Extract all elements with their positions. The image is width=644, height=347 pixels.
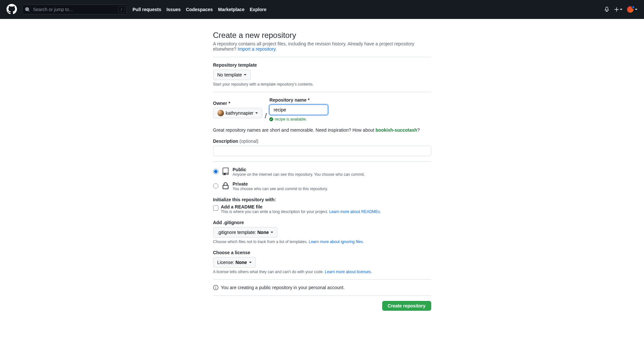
- description-label: Description (optional): [213, 139, 431, 144]
- template-hint: Start your repository with a template re…: [213, 82, 431, 87]
- divider: [213, 92, 431, 92]
- caret-down-icon: [244, 74, 246, 75]
- nav-marketplace[interactable]: Marketplace: [218, 7, 244, 12]
- caret-down-icon: [635, 9, 637, 10]
- owner-separator: /: [265, 112, 267, 122]
- license-select[interactable]: License: None: [213, 257, 256, 268]
- bell-icon: [604, 7, 609, 12]
- owner-avatar: [217, 110, 224, 116]
- gitignore-hint: Choose which files not to track from a l…: [213, 240, 431, 244]
- gitignore-learn-more-link[interactable]: Learn more about ignoring files.: [309, 240, 364, 244]
- readme-desc: This is where you can write a long descr…: [221, 209, 381, 214]
- lock-icon: [222, 182, 229, 190]
- divider: [213, 295, 431, 296]
- visibility-public-row: Public Anyone on the internet can see th…: [213, 167, 431, 177]
- nav-issues[interactable]: Issues: [166, 7, 181, 12]
- nav-pull-requests[interactable]: Pull requests: [133, 7, 161, 12]
- public-title: Public: [233, 167, 365, 172]
- visibility-public-radio[interactable]: [213, 169, 218, 174]
- description-input[interactable]: [213, 146, 431, 156]
- template-select[interactable]: No template: [213, 70, 251, 80]
- caret-down-icon: [255, 112, 258, 114]
- nav-codespaces[interactable]: Codespaces: [186, 7, 213, 12]
- header-right: [604, 6, 637, 13]
- divider: [213, 57, 431, 57]
- initialize-heading: Initialize this repository with:: [213, 197, 431, 202]
- gitignore-value: .gitignore template: None: [217, 229, 269, 236]
- owner-value: kathrynnapier: [226, 110, 254, 116]
- page-subtitle: A repository contains all project files,…: [213, 41, 431, 52]
- license-hint: A license tells others what they can and…: [213, 270, 431, 274]
- name-inspiration: Great repository names are short and mem…: [213, 127, 431, 133]
- suggested-name-link[interactable]: bookish-succotash: [376, 127, 417, 133]
- gitignore-hint-text: Choose which files not to track from a l…: [213, 240, 309, 244]
- divider: [213, 279, 431, 280]
- search-input[interactable]: [22, 5, 127, 14]
- create-repository-button[interactable]: Create repository: [382, 301, 431, 311]
- plus-icon: [614, 7, 619, 12]
- check-circle-fill-icon: [269, 117, 273, 121]
- caret-down-icon: [249, 262, 252, 263]
- github-logo[interactable]: [7, 4, 17, 15]
- readme-learn-more-link[interactable]: Learn more about READMEs.: [329, 209, 381, 214]
- status-dot: [632, 6, 635, 9]
- license-label: Choose a license: [213, 250, 431, 255]
- readme-desc-text: This is where you can write a long descr…: [221, 209, 329, 214]
- search-icon: [25, 7, 30, 12]
- description-optional: (optional): [239, 139, 258, 144]
- mark-github-icon: [7, 4, 17, 14]
- caret-down-icon: [620, 9, 622, 10]
- user-menu[interactable]: [627, 6, 637, 13]
- create-new-dropdown[interactable]: [614, 7, 622, 12]
- description-label-text: Description: [213, 139, 240, 144]
- import-repository-link[interactable]: Import a repository.: [238, 46, 277, 52]
- readme-title: Add a README file: [221, 204, 381, 209]
- repo-name-label: Repository name *: [269, 97, 328, 103]
- slash-key-hint: /: [118, 6, 125, 13]
- inspire-prefix: Great repository names are short and mem…: [213, 127, 376, 133]
- owner-select[interactable]: kathrynnapier: [213, 108, 262, 118]
- divider: [213, 161, 431, 162]
- repo-name-input[interactable]: [269, 105, 328, 115]
- visibility-private-radio[interactable]: [213, 183, 218, 189]
- search-wrap: /: [22, 5, 127, 14]
- main-content: Create a new repository A repository con…: [208, 31, 436, 324]
- notifications-button[interactable]: [604, 7, 609, 13]
- gitignore-select[interactable]: .gitignore template: None: [213, 227, 278, 238]
- license-value: License: None: [217, 259, 247, 266]
- repo-icon: [222, 168, 229, 175]
- license-learn-more-link[interactable]: Learn more about licenses.: [325, 270, 372, 274]
- owner-name-row: Owner * kathrynnapier / Repository name …: [213, 97, 431, 122]
- gitignore-label: Add .gitignore: [213, 220, 431, 225]
- nav-explore[interactable]: Explore: [250, 7, 266, 12]
- private-title: Private: [233, 181, 328, 187]
- info-banner-text: You are creating a public repository in …: [221, 285, 345, 290]
- add-readme-checkbox[interactable]: [213, 206, 218, 211]
- owner-label: Owner *: [213, 101, 262, 106]
- public-desc: Anyone on the internet can see this repo…: [233, 172, 365, 177]
- caret-down-icon: [271, 232, 273, 233]
- global-header: / Pull requests Issues Codespaces Market…: [0, 0, 644, 19]
- primary-nav: Pull requests Issues Codespaces Marketpl…: [133, 7, 266, 12]
- info-icon: [213, 285, 218, 290]
- template-select-value: No template: [217, 72, 242, 78]
- inspire-suffix: ?: [417, 127, 420, 133]
- license-hint-text: A license tells others what they can and…: [213, 270, 325, 274]
- info-banner: You are creating a public repository in …: [213, 285, 431, 290]
- page-title: Create a new repository: [213, 31, 431, 40]
- visibility-private-row: Private You choose who can see and commi…: [213, 181, 431, 191]
- private-desc: You choose who can see and commit to thi…: [233, 187, 328, 191]
- repo-name-available: recipe is available.: [269, 117, 328, 122]
- available-text: recipe is available.: [275, 117, 307, 122]
- template-label: Repository template: [213, 62, 431, 68]
